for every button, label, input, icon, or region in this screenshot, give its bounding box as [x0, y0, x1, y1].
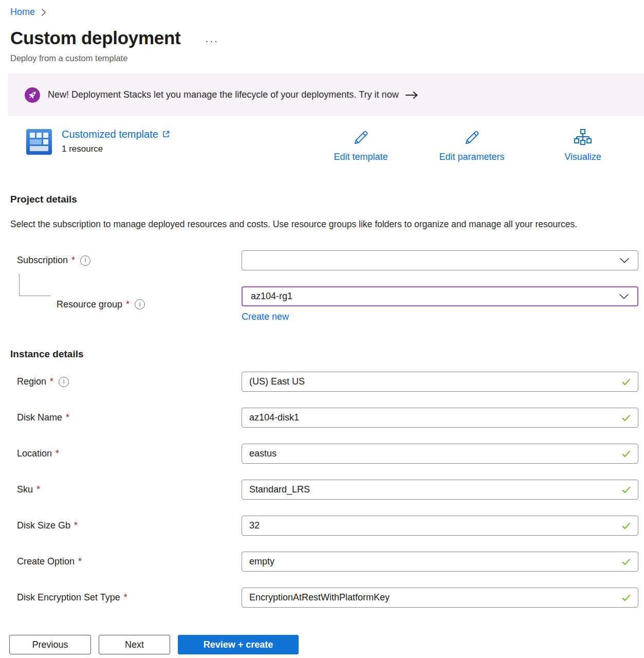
- resource-group-label: Resource group * i: [17, 299, 242, 310]
- region-input[interactable]: [249, 376, 617, 387]
- disk-encryption-set-type-field: [242, 588, 638, 608]
- announcement-banner: New! Deployment Stacks let you manage th…: [8, 74, 644, 116]
- required-asterisk: *: [66, 412, 69, 423]
- disk-name-row: Disk Name *: [0, 408, 644, 428]
- required-asterisk: *: [36, 484, 40, 495]
- valid-check-icon: [622, 414, 631, 422]
- region-label: Region * i: [17, 376, 242, 387]
- wizard-footer: Previous Next Review + create: [0, 622, 644, 658]
- arrow-right-icon: [405, 91, 418, 99]
- edit-template-button[interactable]: Edit template: [305, 129, 416, 162]
- visualize-label: Visualize: [564, 152, 601, 162]
- customized-template-label: Customized template: [62, 129, 158, 140]
- page-subtitle: Deploy from a custom template: [0, 53, 644, 63]
- disk-size-label: Disk Size Gb *: [17, 520, 242, 531]
- resource-group-label-text: Resource group: [57, 299, 122, 310]
- rocket-icon: [25, 87, 40, 103]
- create-option-field: [242, 552, 638, 572]
- info-icon[interactable]: i: [80, 255, 90, 266]
- resource-group-value: az104-rg1: [251, 291, 292, 302]
- sku-input[interactable]: [249, 484, 617, 495]
- chevron-down-icon: [619, 258, 630, 263]
- create-option-row: Create Option *: [0, 552, 644, 572]
- breadcrumb: Home: [0, 0, 644, 19]
- disk-size-row: Disk Size Gb *: [0, 516, 644, 536]
- subscription-dropdown[interactable]: [242, 250, 638, 270]
- more-menu-icon[interactable]: ···: [205, 30, 218, 47]
- valid-check-icon: [622, 594, 631, 601]
- edit-template-label: Edit template: [334, 152, 388, 162]
- required-asterisk: *: [71, 255, 75, 266]
- required-asterisk: *: [56, 448, 59, 459]
- valid-check-icon: [622, 558, 631, 565]
- sku-row: Sku *: [0, 480, 644, 500]
- required-asterisk: *: [74, 520, 78, 531]
- sku-field: [242, 480, 638, 500]
- resource-group-row: Resource group * i az104-rg1 Create new: [0, 286, 644, 322]
- location-field: [242, 444, 638, 464]
- sku-label-text: Sku: [17, 484, 33, 495]
- connector-line: [19, 273, 51, 296]
- resource-group-dropdown[interactable]: az104-rg1: [242, 286, 638, 306]
- section-heading-project-details: Project details: [0, 193, 644, 205]
- disk-size-label-text: Disk Size Gb: [17, 520, 70, 531]
- disk-name-field: [242, 408, 638, 428]
- create-option-label: Create Option *: [17, 556, 242, 567]
- project-description: Select the subscription to manage deploy…: [0, 216, 604, 232]
- chevron-right-icon: [41, 8, 46, 16]
- banner-link-label: Try it now: [359, 89, 398, 100]
- disk-encryption-set-type-label-text: Disk Encryption Set Type: [17, 592, 120, 603]
- external-link-icon: [162, 130, 170, 138]
- required-asterisk: *: [126, 299, 130, 310]
- create-option-input[interactable]: [249, 556, 617, 567]
- edit-parameters-button[interactable]: Edit parameters: [416, 129, 527, 162]
- review-create-button[interactable]: Review + create: [178, 635, 299, 654]
- info-icon[interactable]: i: [59, 377, 69, 387]
- pencil-icon: [352, 129, 370, 147]
- subscription-row: Subscription * i: [0, 250, 644, 270]
- customized-template-link[interactable]: Customized template: [62, 129, 170, 140]
- location-input[interactable]: [249, 448, 617, 459]
- disk-name-input[interactable]: [249, 412, 617, 423]
- region-field: [242, 372, 638, 392]
- edit-parameters-label: Edit parameters: [439, 152, 504, 162]
- banner-try-it-now-link[interactable]: Try it now: [359, 89, 418, 100]
- visualize-button[interactable]: Visualize: [527, 129, 638, 162]
- page-title: Custom deployment: [10, 26, 180, 50]
- disk-encryption-set-type-row: Disk Encryption Set Type *: [0, 588, 644, 608]
- sku-label: Sku *: [17, 484, 242, 495]
- subscription-label-text: Subscription: [17, 255, 68, 266]
- org-chart-icon: [574, 129, 592, 147]
- valid-check-icon: [622, 522, 631, 529]
- previous-button[interactable]: Previous: [9, 635, 91, 654]
- location-label: Location *: [17, 448, 242, 459]
- subscription-label: Subscription * i: [17, 255, 242, 266]
- valid-check-icon: [622, 450, 631, 458]
- region-row: Region * i: [0, 372, 644, 392]
- chevron-down-icon: [619, 294, 629, 299]
- resource-count: 1 resource: [62, 144, 170, 154]
- template-icon: [26, 129, 52, 155]
- disk-encryption-set-type-label: Disk Encryption Set Type *: [17, 592, 242, 603]
- disk-name-label: Disk Name *: [17, 412, 242, 423]
- valid-check-icon: [622, 486, 631, 494]
- disk-size-input[interactable]: [249, 520, 617, 531]
- disk-name-label-text: Disk Name: [17, 412, 62, 423]
- disk-size-field: [242, 516, 638, 536]
- location-label-text: Location: [17, 448, 52, 459]
- create-option-label-text: Create Option: [17, 556, 75, 567]
- next-button[interactable]: Next: [99, 635, 170, 654]
- create-new-link[interactable]: Create new: [242, 312, 289, 322]
- required-asterisk: *: [124, 592, 127, 603]
- breadcrumb-home-link[interactable]: Home: [10, 7, 35, 17]
- valid-check-icon: [622, 378, 631, 386]
- required-asterisk: *: [50, 376, 53, 387]
- info-icon[interactable]: i: [135, 299, 145, 309]
- required-asterisk: *: [78, 556, 82, 567]
- disk-encryption-set-type-input[interactable]: [249, 592, 617, 603]
- region-label-text: Region: [17, 376, 46, 387]
- location-row: Location *: [0, 444, 644, 464]
- section-heading-instance-details: Instance details: [0, 348, 644, 360]
- banner-message: New! Deployment Stacks let you manage th…: [48, 89, 356, 100]
- pencil-icon: [463, 129, 481, 147]
